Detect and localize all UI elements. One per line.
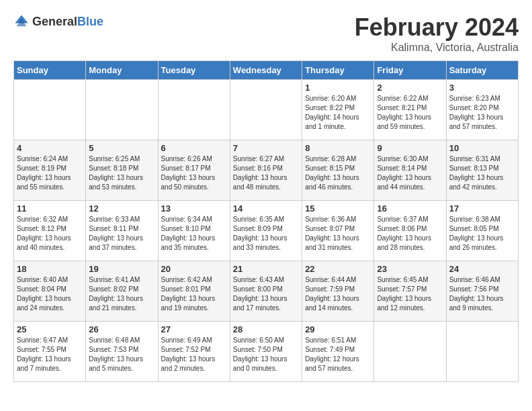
day-cell: 5Sunrise: 6:25 AM Sunset: 8:18 PM Daylig… bbox=[86, 140, 158, 201]
day-number: 5 bbox=[89, 143, 154, 153]
day-cell: 13Sunrise: 6:34 AM Sunset: 8:10 PM Dayli… bbox=[158, 201, 230, 261]
day-cell: 7Sunrise: 6:27 AM Sunset: 8:16 PM Daylig… bbox=[230, 140, 302, 201]
day-info: Sunrise: 6:44 AM Sunset: 7:59 PM Dayligh… bbox=[305, 275, 371, 313]
day-number: 11 bbox=[17, 203, 83, 214]
title-area: February 2024 Kalimna, Victoria, Austral… bbox=[355, 13, 519, 54]
day-info: Sunrise: 6:20 AM Sunset: 8:22 PM Dayligh… bbox=[305, 94, 371, 132]
day-cell: 6Sunrise: 6:26 AM Sunset: 8:17 PM Daylig… bbox=[158, 140, 230, 201]
day-info: Sunrise: 6:46 AM Sunset: 7:56 PM Dayligh… bbox=[449, 275, 515, 313]
day-number: 4 bbox=[17, 143, 83, 153]
logo-icon bbox=[13, 13, 30, 30]
day-number: 19 bbox=[89, 264, 154, 274]
day-cell: 28Sunrise: 6:50 AM Sunset: 7:50 PM Dayli… bbox=[230, 322, 302, 382]
day-number: 26 bbox=[89, 324, 154, 334]
day-info: Sunrise: 6:38 AM Sunset: 8:05 PM Dayligh… bbox=[449, 215, 515, 253]
calendar-table: SundayMondayTuesdayWednesdayThursdayFrid… bbox=[13, 60, 519, 382]
day-info: Sunrise: 6:50 AM Sunset: 7:50 PM Dayligh… bbox=[233, 336, 299, 373]
day-number: 14 bbox=[233, 203, 299, 214]
day-cell: 16Sunrise: 6:37 AM Sunset: 8:06 PM Dayli… bbox=[374, 201, 446, 261]
day-cell: 11Sunrise: 6:32 AM Sunset: 8:12 PM Dayli… bbox=[14, 201, 86, 261]
day-number: 9 bbox=[377, 143, 443, 153]
weekday-header-friday: Friday bbox=[374, 61, 446, 80]
day-number: 10 bbox=[449, 143, 515, 153]
day-number: 25 bbox=[17, 324, 83, 334]
day-number: 20 bbox=[161, 264, 227, 274]
day-cell: 8Sunrise: 6:28 AM Sunset: 8:15 PM Daylig… bbox=[302, 140, 374, 201]
day-cell: 26Sunrise: 6:48 AM Sunset: 7:53 PM Dayli… bbox=[86, 322, 158, 382]
day-cell: 19Sunrise: 6:41 AM Sunset: 8:02 PM Dayli… bbox=[86, 261, 158, 322]
day-number: 7 bbox=[233, 143, 299, 153]
day-cell: 24Sunrise: 6:46 AM Sunset: 7:56 PM Dayli… bbox=[446, 261, 518, 322]
day-cell bbox=[14, 80, 86, 140]
day-cell: 14Sunrise: 6:35 AM Sunset: 8:09 PM Dayli… bbox=[230, 201, 302, 261]
day-number: 18 bbox=[17, 264, 83, 274]
day-number: 29 bbox=[305, 324, 371, 334]
weekday-header-tuesday: Tuesday bbox=[158, 61, 230, 80]
day-number: 23 bbox=[377, 264, 443, 274]
day-info: Sunrise: 6:30 AM Sunset: 8:14 PM Dayligh… bbox=[377, 154, 443, 192]
day-info: Sunrise: 6:24 AM Sunset: 8:19 PM Dayligh… bbox=[17, 154, 83, 192]
logo: GeneralBlue bbox=[13, 13, 103, 30]
day-info: Sunrise: 6:27 AM Sunset: 8:16 PM Dayligh… bbox=[233, 154, 299, 192]
day-number: 21 bbox=[233, 264, 299, 274]
day-cell bbox=[158, 80, 230, 140]
day-info: Sunrise: 6:34 AM Sunset: 8:10 PM Dayligh… bbox=[161, 215, 227, 253]
day-number: 22 bbox=[305, 264, 371, 274]
day-info: Sunrise: 6:28 AM Sunset: 8:15 PM Dayligh… bbox=[305, 154, 371, 192]
day-cell: 27Sunrise: 6:49 AM Sunset: 7:52 PM Dayli… bbox=[158, 322, 230, 382]
day-info: Sunrise: 6:48 AM Sunset: 7:53 PM Dayligh… bbox=[89, 336, 154, 373]
day-cell: 12Sunrise: 6:33 AM Sunset: 8:11 PM Dayli… bbox=[86, 201, 158, 261]
day-number: 2 bbox=[377, 83, 443, 93]
week-row-4: 18Sunrise: 6:40 AM Sunset: 8:04 PM Dayli… bbox=[14, 261, 519, 322]
day-number: 13 bbox=[161, 203, 227, 214]
logo-text: GeneralBlue bbox=[32, 15, 103, 29]
day-info: Sunrise: 6:33 AM Sunset: 8:11 PM Dayligh… bbox=[89, 215, 154, 253]
weekday-header-saturday: Saturday bbox=[446, 61, 518, 80]
weekday-header-sunday: Sunday bbox=[14, 61, 86, 80]
day-info: Sunrise: 6:42 AM Sunset: 8:01 PM Dayligh… bbox=[161, 275, 227, 313]
header: GeneralBlue February 2024 Kalimna, Victo… bbox=[13, 13, 519, 54]
week-row-1: 1Sunrise: 6:20 AM Sunset: 8:22 PM Daylig… bbox=[14, 80, 519, 140]
day-info: Sunrise: 6:45 AM Sunset: 7:57 PM Dayligh… bbox=[377, 275, 443, 313]
day-cell: 18Sunrise: 6:40 AM Sunset: 8:04 PM Dayli… bbox=[14, 261, 86, 322]
day-info: Sunrise: 6:22 AM Sunset: 8:21 PM Dayligh… bbox=[377, 94, 443, 132]
week-row-3: 11Sunrise: 6:32 AM Sunset: 8:12 PM Dayli… bbox=[14, 201, 519, 261]
day-info: Sunrise: 6:51 AM Sunset: 7:49 PM Dayligh… bbox=[305, 336, 371, 373]
calendar-title: February 2024 bbox=[355, 13, 519, 42]
day-cell: 20Sunrise: 6:42 AM Sunset: 8:01 PM Dayli… bbox=[158, 261, 230, 322]
day-number: 17 bbox=[449, 203, 515, 214]
day-number: 12 bbox=[89, 203, 154, 214]
day-cell bbox=[86, 80, 158, 140]
day-number: 28 bbox=[233, 324, 299, 334]
day-info: Sunrise: 6:43 AM Sunset: 8:00 PM Dayligh… bbox=[233, 275, 299, 313]
day-info: Sunrise: 6:26 AM Sunset: 8:17 PM Dayligh… bbox=[161, 154, 227, 192]
day-info: Sunrise: 6:31 AM Sunset: 8:13 PM Dayligh… bbox=[449, 154, 515, 192]
day-cell bbox=[374, 322, 446, 382]
day-info: Sunrise: 6:40 AM Sunset: 8:04 PM Dayligh… bbox=[17, 275, 83, 313]
day-cell: 2Sunrise: 6:22 AM Sunset: 8:21 PM Daylig… bbox=[374, 80, 446, 140]
day-cell: 22Sunrise: 6:44 AM Sunset: 7:59 PM Dayli… bbox=[302, 261, 374, 322]
week-row-5: 25Sunrise: 6:47 AM Sunset: 7:55 PM Dayli… bbox=[14, 322, 519, 382]
day-info: Sunrise: 6:32 AM Sunset: 8:12 PM Dayligh… bbox=[17, 215, 83, 253]
day-cell bbox=[446, 322, 518, 382]
weekday-header-row: SundayMondayTuesdayWednesdayThursdayFrid… bbox=[14, 61, 519, 80]
day-number: 6 bbox=[161, 143, 227, 153]
day-cell: 23Sunrise: 6:45 AM Sunset: 7:57 PM Dayli… bbox=[374, 261, 446, 322]
day-info: Sunrise: 6:49 AM Sunset: 7:52 PM Dayligh… bbox=[161, 336, 227, 373]
day-number: 24 bbox=[449, 264, 515, 274]
day-info: Sunrise: 6:47 AM Sunset: 7:55 PM Dayligh… bbox=[17, 336, 83, 373]
day-cell: 17Sunrise: 6:38 AM Sunset: 8:05 PM Dayli… bbox=[446, 201, 518, 261]
day-cell: 29Sunrise: 6:51 AM Sunset: 7:49 PM Dayli… bbox=[302, 322, 374, 382]
day-number: 15 bbox=[305, 203, 371, 214]
week-row-2: 4Sunrise: 6:24 AM Sunset: 8:19 PM Daylig… bbox=[14, 140, 519, 201]
weekday-header-monday: Monday bbox=[86, 61, 158, 80]
day-number: 8 bbox=[305, 143, 371, 153]
day-cell: 15Sunrise: 6:36 AM Sunset: 8:07 PM Dayli… bbox=[302, 201, 374, 261]
weekday-header-wednesday: Wednesday bbox=[230, 61, 302, 80]
day-cell: 25Sunrise: 6:47 AM Sunset: 7:55 PM Dayli… bbox=[14, 322, 86, 382]
day-info: Sunrise: 6:25 AM Sunset: 8:18 PM Dayligh… bbox=[89, 154, 154, 192]
day-info: Sunrise: 6:35 AM Sunset: 8:09 PM Dayligh… bbox=[233, 215, 299, 253]
day-cell: 21Sunrise: 6:43 AM Sunset: 8:00 PM Dayli… bbox=[230, 261, 302, 322]
weekday-header-thursday: Thursday bbox=[302, 61, 374, 80]
day-cell: 10Sunrise: 6:31 AM Sunset: 8:13 PM Dayli… bbox=[446, 140, 518, 201]
